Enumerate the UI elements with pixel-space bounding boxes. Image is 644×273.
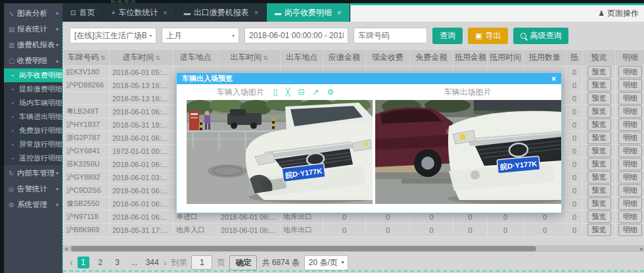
- sidebar-item-label: 提前缴费明细: [19, 84, 62, 94]
- preview-button[interactable]: 预览: [587, 105, 611, 118]
- page-button[interactable]: 2: [95, 257, 106, 268]
- venue-select[interactable]: [在线]滨江生活广场BJSH ▾: [70, 28, 156, 43]
- table-cell: 0: [566, 79, 583, 92]
- preview-button[interactable]: 预览: [587, 66, 611, 78]
- column-header[interactable]: 车牌号码⇅: [64, 50, 110, 66]
- preview-button[interactable]: 预览: [587, 224, 611, 236]
- preview-cell: 预览: [583, 224, 616, 237]
- close-icon[interactable]: ×: [551, 74, 556, 84]
- sidebar-item-payment-machine-reports[interactable]: ▥ 缴费机报表 ▾: [4, 37, 62, 53]
- per-page-select[interactable]: 20 条/页 ▾: [304, 255, 349, 270]
- detail-button[interactable]: 明细: [618, 184, 642, 197]
- sidebar-item-chart-analysis[interactable]: ∿ 图表分析 ▾: [4, 5, 62, 21]
- tab-booth-fee-details[interactable]: ▬ 岗亭收费明细 ×: [267, 3, 350, 22]
- date-range-input[interactable]: 2018-06-01 00:00:00 - 2018-06-30 2: [244, 28, 348, 43]
- sidebar-item-system-management[interactable]: ⚙ 系统管理 ▾: [4, 197, 62, 212]
- detail-button[interactable]: 明细: [618, 79, 642, 91]
- preview-button[interactable]: 预览: [587, 158, 611, 170]
- close-icon[interactable]: ×: [163, 9, 167, 16]
- page-button[interactable]: 1: [78, 257, 89, 268]
- close-icon[interactable]: ×: [337, 9, 341, 16]
- sidebar-item-fee-details[interactable]: ▢ 收费明细 ▴: [4, 53, 62, 68]
- scroll-right-arrow[interactable]: ▸: [640, 245, 643, 252]
- preview-button[interactable]: 预览: [587, 211, 611, 223]
- table-cell: 豫SB2550: [64, 197, 110, 211]
- date-range-value: 2018-06-01 00:00:00 - 2018-06-30 2: [249, 31, 344, 40]
- advanced-search-button[interactable]: 高级查询: [513, 28, 568, 44]
- exit-photo-label: 车辆出场图片: [444, 87, 492, 97]
- detail-button[interactable]: 明细: [618, 158, 642, 170]
- detail-button[interactable]: 明细: [618, 224, 642, 236]
- sidebar-item-report-stats[interactable]: ▤ 报表统计 ▾: [4, 21, 62, 37]
- page-button[interactable]: 3: [112, 257, 124, 268]
- next-page-button[interactable]: ›: [164, 257, 167, 268]
- detail-cell: 明细: [616, 92, 644, 105]
- sort-icon[interactable]: ⇅: [101, 55, 106, 61]
- prev-page-button[interactable]: ‹: [70, 257, 73, 268]
- sidebar-item-booth-fee-details[interactable]: ▪ 岗亭收费明细: [4, 68, 62, 82]
- sidebar-item-label: 内部车管理: [17, 168, 56, 178]
- detail-button[interactable]: 明细: [618, 145, 642, 157]
- sidebar-item-free-release-details[interactable]: ▪ 免费放行明细: [4, 124, 62, 137]
- sidebar-item-onsite-vehicle-details[interactable]: ▪ 场内车辆明细: [4, 96, 62, 110]
- scroll-left-arrow[interactable]: ◂: [64, 245, 68, 252]
- sidebar-item-remote-release-details[interactable]: ▪ 遥控放行明细: [4, 151, 62, 165]
- modal-title-bar: 车辆出入场预览 ×: [177, 73, 561, 84]
- settings-icon[interactable]: ⚙: [327, 88, 334, 96]
- plate-search-input[interactable]: [354, 28, 427, 43]
- column-header: 预览: [583, 50, 616, 66]
- goto-page-input[interactable]: [191, 255, 212, 270]
- search-button[interactable]: 查询: [432, 28, 463, 44]
- page-button[interactable]: 344: [146, 257, 159, 268]
- fullscreen-icon[interactable]: ╳: [285, 88, 290, 96]
- preview-button[interactable]: 预览: [587, 132, 611, 144]
- preview-button[interactable]: 预览: [587, 184, 611, 197]
- rotate-icon[interactable]: ▯: [273, 88, 278, 96]
- preview-button[interactable]: 预览: [587, 118, 611, 131]
- table-cell: 2018-06-01 06:...: [110, 184, 173, 197]
- sidebar-item-vehicle-inout-details[interactable]: ▪ 车辆进出明细: [4, 110, 62, 124]
- save-icon[interactable]: ⊟: [298, 88, 304, 96]
- detail-button[interactable]: 明细: [618, 132, 642, 144]
- tab-parking-space-stats[interactable]: + 车位数统计 ×: [103, 3, 175, 22]
- page-operations-button[interactable]: 页面操作: [607, 8, 639, 19]
- detail-button[interactable]: 明细: [618, 211, 642, 223]
- detail-button[interactable]: 明细: [618, 105, 642, 118]
- sort-icon[interactable]: ⇅: [155, 55, 160, 61]
- period-select[interactable]: 上月 ▾: [162, 28, 239, 43]
- table-cell: 1972-01-01 00:...: [110, 145, 173, 158]
- preview-button[interactable]: 预览: [587, 171, 611, 184]
- column-header[interactable]: 进车时间⇅: [110, 50, 173, 66]
- share-icon[interactable]: ↗: [313, 88, 319, 96]
- table-row[interactable]: 沪B8K9692018-05-31 17:...地库入口2018-06-01 0…: [64, 224, 644, 237]
- export-button[interactable]: ▣ 导出: [468, 28, 508, 44]
- sidebar-item-prepay-details[interactable]: ▪ 提前缴费明细: [4, 82, 62, 96]
- detail-button[interactable]: 明细: [618, 118, 642, 131]
- preview-button[interactable]: 预览: [587, 92, 611, 105]
- detail-button[interactable]: 明细: [618, 171, 642, 184]
- detail-button[interactable]: 明细: [618, 92, 642, 105]
- confirm-button[interactable]: 确定: [229, 255, 257, 270]
- table-cell: 地库出口: [281, 224, 323, 237]
- sidebar-item-internal-vehicles[interactable]: ↻ 内部车管理 ▾: [4, 165, 62, 181]
- preview-button[interactable]: 预览: [587, 197, 611, 210]
- preview-button[interactable]: 预览: [587, 79, 611, 91]
- close-icon[interactable]: ×: [254, 9, 258, 16]
- exit-license-plate: 皖D·Y177K: [497, 156, 540, 173]
- sidebar-item-abnormal-release-details[interactable]: ▪ 异常放行明细: [4, 137, 62, 151]
- sort-icon[interactable]: ⇅: [263, 55, 268, 61]
- tab-exit-payment-machine-report[interactable]: ▬ 出口缴费机报表 ×: [176, 3, 267, 22]
- horizontal-scrollbar[interactable]: ◂ ▸: [63, 245, 644, 252]
- detail-cell: 明细: [616, 145, 644, 158]
- detail-button[interactable]: 明细: [618, 197, 642, 210]
- sidebar-item-label: 图表分析: [17, 9, 56, 18]
- tab-home[interactable]: ⊡ 首页: [62, 3, 103, 22]
- goto-label: 到第: [171, 257, 187, 268]
- detail-button[interactable]: 明细: [618, 66, 642, 78]
- sidebar-item-label: 报表统计: [17, 24, 56, 34]
- scrollbar-thumb[interactable]: [71, 246, 536, 251]
- preview-button[interactable]: 预览: [587, 145, 611, 157]
- column-header[interactable]: 出车时间⇅: [218, 50, 281, 66]
- sidebar-item-alarm-stats[interactable]: ◎ 告警统计 ▾: [4, 181, 62, 197]
- chevron-down-icon: ▾: [149, 33, 152, 39]
